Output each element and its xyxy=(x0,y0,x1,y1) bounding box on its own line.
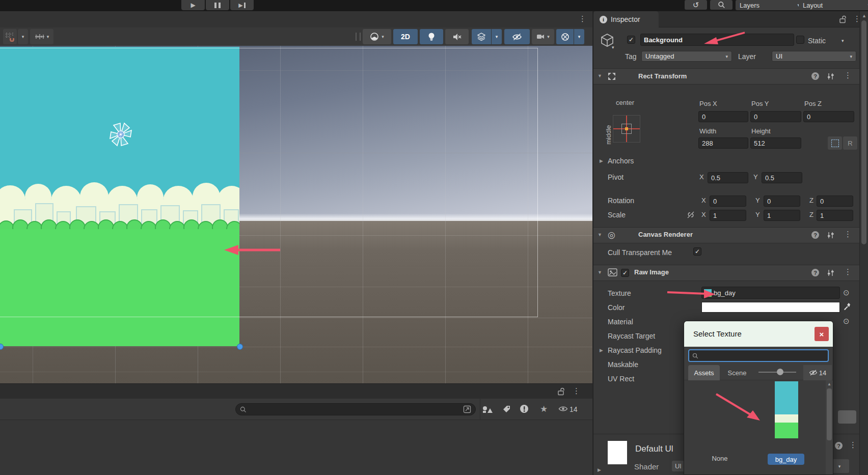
rotation-z-field[interactable]: 0 xyxy=(817,195,853,207)
effects-button[interactable] xyxy=(472,29,491,44)
blueprint-mode-button[interactable] xyxy=(828,136,842,150)
scrollbar-thumb[interactable] xyxy=(861,20,866,244)
color-swatch-field[interactable] xyxy=(701,302,840,313)
foldout-closed-icon[interactable]: ▶ xyxy=(598,467,601,472)
texture-item-none-label[interactable]: None xyxy=(704,455,735,462)
broken-link-icon[interactable] xyxy=(686,211,695,219)
step-button[interactable]: ▶ xyxy=(230,0,254,10)
slider-handle[interactable] xyxy=(777,369,783,375)
audio-mute-button[interactable] xyxy=(445,29,469,44)
scale-x-field[interactable]: 1 xyxy=(710,210,746,221)
height-field[interactable]: 512 xyxy=(750,137,801,149)
layer-dropdown[interactable]: UI ▾ xyxy=(772,51,856,62)
global-search-button[interactable] xyxy=(710,0,733,10)
texture-object-field[interactable]: bg_day xyxy=(701,287,840,299)
rotation-x-field[interactable]: 0 xyxy=(710,195,746,207)
pivot-y-field[interactable]: 0.5 xyxy=(762,172,802,183)
pos-x-field[interactable]: 0 xyxy=(698,111,748,122)
pause-button[interactable] xyxy=(206,0,229,10)
static-dropdown[interactable]: ▾ xyxy=(842,38,844,43)
popup-close-button[interactable]: × xyxy=(815,327,829,341)
pos-y-field[interactable]: 0 xyxy=(750,111,801,122)
grid-snap-dropdown[interactable]: ▾ xyxy=(18,29,28,44)
texture-item-bgday-thumb[interactable] xyxy=(775,381,798,438)
static-checkbox[interactable] xyxy=(796,36,804,44)
rect-handle-bottom-right[interactable] xyxy=(237,344,243,350)
texture-item-bgday-label[interactable]: bg_day xyxy=(768,454,804,465)
foldout-closed-icon[interactable]: ▶ xyxy=(600,158,603,163)
layers-dropdown[interactable]: Layers ▾ xyxy=(736,0,804,10)
camera-settings-button[interactable]: ▾ xyxy=(532,29,554,44)
presets-icon[interactable] xyxy=(827,269,835,277)
gizmos-button[interactable] xyxy=(556,29,574,44)
object-picker-icon[interactable]: ⊙ xyxy=(843,288,850,297)
pos-z-field[interactable]: 0 xyxy=(803,111,854,122)
tab-assets[interactable]: Assets xyxy=(688,365,720,380)
scale-y-field[interactable]: 1 xyxy=(764,210,800,221)
component-kebab[interactable]: ⋮ xyxy=(844,72,852,79)
raw-image-header[interactable] xyxy=(593,265,859,281)
help-icon[interactable]: ? xyxy=(811,231,819,239)
presets-icon[interactable] xyxy=(827,231,835,239)
lock-icon[interactable] xyxy=(557,387,564,396)
tag-filter-icon[interactable] xyxy=(502,405,511,413)
foldout-open-icon[interactable]: ▼ xyxy=(598,270,602,275)
help-icon[interactable]: ? xyxy=(835,442,843,450)
toolbar-drag-handle[interactable] xyxy=(356,33,361,41)
eye-count-icon[interactable] xyxy=(558,405,568,412)
material-kebab[interactable]: ⋮ xyxy=(849,441,857,449)
active-checkbox[interactable]: ✓ xyxy=(627,36,635,44)
tab-inspector[interactable]: i Inspector xyxy=(593,11,659,27)
console-search-field[interactable] xyxy=(235,403,476,415)
tag-dropdown[interactable]: Untagged ▾ xyxy=(641,51,732,62)
eyedropper-icon[interactable] xyxy=(843,302,851,311)
gameobject-icon-dropdown[interactable]: ▾ xyxy=(612,45,614,50)
warning-filter-icon[interactable] xyxy=(520,404,529,413)
hidden-objects-button[interactable] xyxy=(504,29,530,44)
collab-filter-icon[interactable] xyxy=(482,405,493,413)
2d-toggle-button[interactable]: 2D xyxy=(393,29,418,44)
console-search-input[interactable] xyxy=(250,405,463,413)
star-filter-icon[interactable]: ★ xyxy=(540,404,548,414)
grid-snap-button[interactable] xyxy=(3,29,17,44)
pivot-x-field[interactable]: 0.5 xyxy=(708,172,748,183)
hidden-count-button[interactable]: 14 xyxy=(803,365,832,380)
component-kebab[interactable]: ⋮ xyxy=(844,231,852,238)
canvas-renderer-header[interactable] xyxy=(593,227,859,243)
popup-scrollbar[interactable]: ▲ xyxy=(826,380,833,475)
tab-scene[interactable]: Scene xyxy=(722,365,752,380)
scene-menu-kebab[interactable]: ⋮ xyxy=(579,15,586,22)
scroll-up-arrow[interactable]: ▲ xyxy=(827,382,831,386)
anchor-preset-widget[interactable] xyxy=(613,115,640,143)
scale-z-field[interactable]: 1 xyxy=(817,210,853,221)
rotation-y-field[interactable]: 0 xyxy=(764,195,800,207)
play-button[interactable]: ▶ xyxy=(181,0,205,10)
bottom-panel-content[interactable] xyxy=(0,420,592,475)
lock-icon[interactable] xyxy=(839,15,846,23)
raw-edit-mode-button[interactable]: R xyxy=(843,136,857,150)
popup-search-field[interactable] xyxy=(688,349,829,362)
scene-viewport[interactable] xyxy=(0,46,592,383)
effects-dropdown[interactable]: ▾ xyxy=(492,29,502,44)
raw-image-enabled-checkbox[interactable]: ✓ xyxy=(621,269,629,277)
layout-dropdown[interactable]: Layout ▾ xyxy=(799,0,868,10)
open-in-window-icon[interactable] xyxy=(463,405,471,413)
windmill-gizmo[interactable] xyxy=(106,120,135,149)
inspector-scrollbar[interactable]: ▲ xyxy=(859,11,868,475)
help-icon[interactable]: ? xyxy=(811,269,819,276)
scroll-up-arrow[interactable]: ▲ xyxy=(862,13,866,18)
gizmos-dropdown[interactable]: ▾ xyxy=(574,29,584,44)
lighting-toggle-button[interactable] xyxy=(420,29,443,44)
foldout-closed-icon[interactable]: ▶ xyxy=(600,348,603,353)
object-picker-icon[interactable]: ⊙ xyxy=(843,317,850,326)
component-kebab[interactable]: ⋮ xyxy=(844,268,852,275)
undo-history-button[interactable]: ↺ xyxy=(685,0,707,10)
cull-transparent-mesh-checkbox[interactable]: ✓ xyxy=(693,247,701,256)
rect-transform-header[interactable] xyxy=(593,68,859,85)
shading-mode-button[interactable]: ▾ xyxy=(363,29,391,44)
foldout-open-icon[interactable]: ▼ xyxy=(598,232,602,237)
popup-titlebar[interactable]: Select Texture × xyxy=(684,321,833,347)
foldout-open-icon[interactable]: ▼ xyxy=(598,73,602,78)
panel-menu-kebab[interactable]: ⋮ xyxy=(573,387,580,395)
popup-search-input[interactable] xyxy=(700,352,825,360)
